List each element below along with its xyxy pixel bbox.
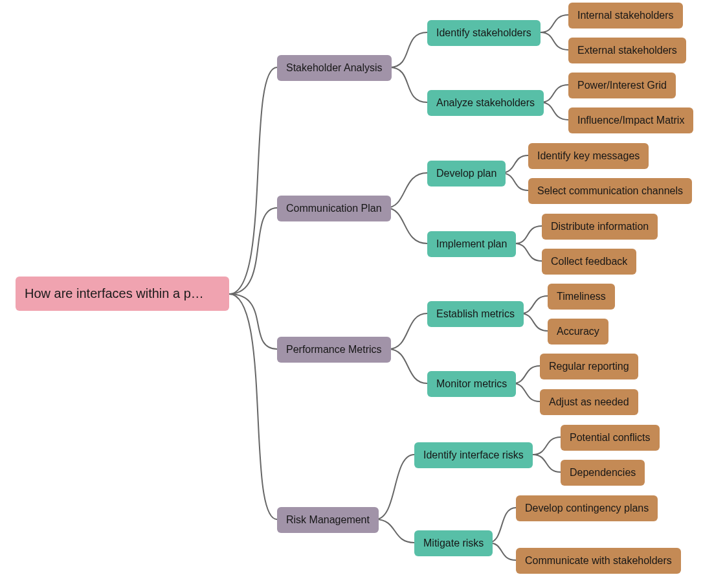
leaf-label: Influence/Impact Matrix: [577, 115, 684, 126]
node-establish-metrics[interactable]: Establish metrics: [427, 301, 524, 327]
leaf-label: Select communication channels: [537, 185, 683, 196]
leaf-communicate-with-stakeholders[interactable]: Communicate with stakeholders: [516, 548, 681, 574]
node-label: Identify stakeholders: [436, 27, 531, 38]
leaf-collect-feedback[interactable]: Collect feedback: [542, 249, 636, 275]
node-implement-plan[interactable]: Implement plan: [427, 231, 516, 257]
node-identify-interface-risks[interactable]: Identify interface risks: [414, 442, 533, 468]
leaf-power-interest-grid[interactable]: Power/Interest Grid: [568, 73, 676, 98]
leaf-label: Distribute information: [551, 221, 649, 232]
leaf-label: Internal stakeholders: [577, 10, 674, 21]
node-label: Mitigate risks: [423, 537, 484, 548]
leaf-label: Dependencies: [570, 467, 636, 478]
node-analyze-stakeholders[interactable]: Analyze stakeholders: [427, 90, 544, 116]
leaf-identify-key-messages[interactable]: Identify key messages: [528, 143, 649, 169]
node-mitigate-risks[interactable]: Mitigate risks: [414, 530, 493, 556]
leaf-label: Potential conflicts: [570, 432, 651, 443]
leaf-label: Power/Interest Grid: [577, 80, 667, 91]
leaf-internal-stakeholders[interactable]: Internal stakeholders: [568, 3, 683, 28]
leaf-develop-contingency-plans[interactable]: Develop contingency plans: [516, 495, 658, 521]
leaf-select-communication-channels[interactable]: Select communication channels: [528, 178, 692, 204]
node-identify-stakeholders[interactable]: Identify stakeholders: [427, 20, 541, 46]
node-label: Establish metrics: [436, 308, 515, 319]
leaf-timeliness[interactable]: Timeliness: [548, 284, 615, 310]
branch-label: Performance Metrics: [286, 344, 382, 355]
branch-performance-metrics[interactable]: Performance Metrics: [277, 337, 391, 363]
node-label: Identify interface risks: [423, 449, 524, 460]
leaf-dependencies[interactable]: Dependencies: [561, 460, 645, 486]
node-label: Analyze stakeholders: [436, 97, 535, 108]
leaf-accuracy[interactable]: Accuracy: [548, 319, 608, 345]
node-label: Implement plan: [436, 238, 507, 249]
node-label: Develop plan: [436, 168, 496, 179]
leaf-distribute-information[interactable]: Distribute information: [542, 214, 658, 240]
branch-label: Risk Management: [286, 514, 370, 525]
branch-label: Communication Plan: [286, 203, 382, 214]
leaf-external-stakeholders[interactable]: External stakeholders: [568, 38, 686, 63]
leaf-influence-impact-matrix[interactable]: Influence/Impact Matrix: [568, 107, 693, 133]
leaf-label: Develop contingency plans: [525, 503, 649, 514]
leaf-potential-conflicts[interactable]: Potential conflicts: [561, 425, 660, 451]
leaf-label: Timeliness: [557, 291, 606, 302]
branch-stakeholder-analysis[interactable]: Stakeholder Analysis: [277, 55, 392, 81]
leaf-label: Accuracy: [557, 326, 599, 337]
root-label: How are interfaces within a p…: [25, 286, 204, 300]
branch-communication-plan[interactable]: Communication Plan: [277, 196, 391, 221]
leaf-label: Collect feedback: [551, 256, 627, 267]
leaf-label: Regular reporting: [549, 361, 629, 372]
branch-label: Stakeholder Analysis: [286, 62, 383, 73]
root-node[interactable]: How are interfaces within a p…: [16, 277, 229, 311]
branch-risk-management[interactable]: Risk Management: [277, 507, 379, 533]
leaf-label: Identify key messages: [537, 150, 640, 161]
node-label: Monitor metrics: [436, 378, 507, 389]
leaf-regular-reporting[interactable]: Regular reporting: [540, 354, 638, 379]
node-develop-plan[interactable]: Develop plan: [427, 161, 506, 187]
leaf-label: External stakeholders: [577, 45, 677, 56]
leaf-label: Communicate with stakeholders: [525, 555, 672, 566]
leaf-adjust-as-needed[interactable]: Adjust as needed: [540, 389, 638, 415]
leaf-label: Adjust as needed: [549, 396, 629, 407]
node-monitor-metrics[interactable]: Monitor metrics: [427, 371, 516, 397]
